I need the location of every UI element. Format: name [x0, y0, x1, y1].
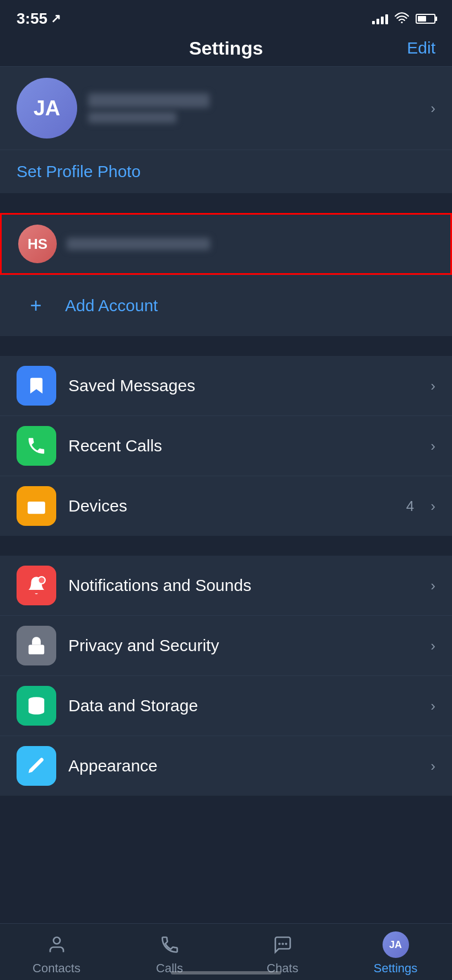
svg-rect-1: [28, 502, 45, 514]
svg-point-5: [53, 938, 60, 944]
devices-chevron: ›: [431, 498, 435, 515]
devices-item[interactable]: Devices 4 ›: [0, 476, 452, 536]
data-storage-label: Data and Storage: [68, 696, 418, 715]
profile-info: [88, 93, 419, 123]
svg-rect-3: [29, 645, 45, 654]
tab-settings[interactable]: JA Settings: [339, 931, 452, 976]
account-section: HS + Add Account: [0, 213, 452, 336]
privacy-label: Privacy and Security: [68, 636, 418, 655]
tab-chats[interactable]: Chats: [226, 931, 339, 976]
chats-tab-icon: [270, 931, 296, 958]
add-account-item[interactable]: + Add Account: [0, 275, 452, 336]
secondary-account-avatar: HS: [18, 225, 57, 263]
recent-calls-chevron: ›: [431, 438, 435, 455]
recent-calls-label: Recent Calls: [68, 436, 418, 455]
page-title: Settings: [189, 38, 263, 59]
menu-section-1: Saved Messages › Recent Calls › Devices …: [0, 356, 452, 536]
settings-tab-avatar: JA: [383, 931, 409, 958]
privacy-icon: [17, 626, 56, 665]
tab-settings-label: Settings: [374, 961, 418, 976]
battery-icon: [416, 14, 435, 24]
home-indicator: [171, 971, 281, 974]
profile-section[interactable]: JA ›: [0, 67, 452, 150]
svg-point-2: [38, 577, 45, 584]
nav-bar: Settings Edit: [0, 33, 452, 66]
tab-contacts-label: Contacts: [33, 961, 80, 976]
add-account-label[interactable]: Add Account: [65, 296, 158, 315]
notifications-icon: [17, 566, 56, 605]
appearance-label: Appearance: [68, 757, 418, 775]
devices-badge: 4: [406, 498, 414, 515]
tab-calls[interactable]: Calls: [113, 931, 226, 976]
svg-point-8: [286, 944, 287, 945]
saved-messages-label: Saved Messages: [68, 376, 418, 395]
wifi-icon: [395, 12, 409, 26]
recent-calls-item[interactable]: Recent Calls ›: [0, 416, 452, 476]
bottom-spacer: [0, 796, 452, 884]
secondary-account-name-blurred: [67, 238, 210, 250]
notifications-chevron: ›: [431, 577, 435, 594]
recent-calls-icon: [17, 426, 56, 466]
svg-point-7: [279, 944, 280, 945]
add-account-icon: +: [17, 286, 55, 325]
appearance-icon: [17, 746, 56, 786]
data-storage-icon: [17, 686, 56, 726]
svg-point-0: [401, 22, 402, 23]
appearance-item[interactable]: Appearance ›: [0, 736, 452, 796]
saved-messages-icon: [17, 366, 56, 406]
edit-button[interactable]: Edit: [407, 39, 435, 57]
calls-tab-icon: [157, 931, 183, 958]
status-bar: 3:55 ↗: [0, 0, 452, 33]
status-time: 3:55 ↗: [17, 10, 61, 28]
profile-name-blurred: [88, 93, 209, 108]
section-gap-3: [0, 536, 452, 556]
privacy-item[interactable]: Privacy and Security ›: [0, 616, 452, 676]
devices-icon: [17, 486, 56, 526]
privacy-chevron: ›: [431, 637, 435, 654]
saved-messages-item[interactable]: Saved Messages ›: [0, 356, 452, 416]
signal-icon: [372, 13, 388, 24]
data-storage-item[interactable]: Data and Storage ›: [0, 676, 452, 736]
data-storage-chevron: ›: [431, 697, 435, 715]
secondary-account-item[interactable]: HS: [0, 213, 452, 275]
notifications-label: Notifications and Sounds: [68, 576, 418, 595]
svg-point-6: [282, 944, 283, 945]
appearance-chevron: ›: [431, 758, 435, 775]
devices-label: Devices: [68, 497, 394, 515]
location-icon: ↗: [51, 12, 61, 26]
set-profile-photo-label[interactable]: Set Profile Photo: [17, 162, 141, 180]
profile-phone-blurred: [88, 112, 176, 123]
set-profile-photo-section[interactable]: Set Profile Photo: [0, 150, 452, 193]
section-gap-2: [0, 336, 452, 356]
saved-messages-chevron: ›: [431, 377, 435, 395]
tab-contacts[interactable]: Contacts: [0, 931, 113, 976]
status-icons: [372, 12, 435, 26]
avatar: JA: [17, 78, 77, 139]
menu-section-2: Notifications and Sounds › Privacy and S…: [0, 556, 452, 796]
profile-chevron: ›: [431, 100, 435, 117]
section-gap-1: [0, 193, 452, 213]
notifications-item[interactable]: Notifications and Sounds ›: [0, 556, 452, 616]
contacts-icon: [44, 931, 70, 958]
